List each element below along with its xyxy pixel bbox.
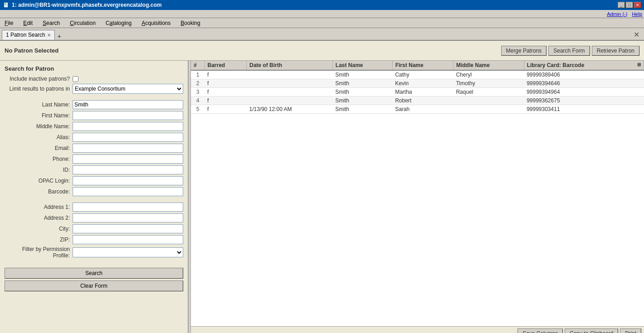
search-form-button[interactable]: Search Form <box>548 46 590 56</box>
cell-num: 4 <box>191 97 205 105</box>
zip-row: ZIP: <box>5 235 183 244</box>
address1-input[interactable] <box>73 203 183 212</box>
barcode-input[interactable] <box>73 187 183 196</box>
filter-permission-select[interactable] <box>73 247 183 257</box>
middle-name-input[interactable] <box>73 122 183 131</box>
cell-first-name: Robert <box>392 97 453 105</box>
toolbar-buttons: Merge Patrons Search Form Retrieve Patro… <box>501 46 639 56</box>
merge-patrons-button[interactable]: Merge Patrons <box>501 46 547 56</box>
print-button[interactable]: Print <box>620 328 641 333</box>
tabs-bar: 1 Patron Search ✕ + ✕ <box>0 28 644 41</box>
main-content: No Patron Selected Merge Patrons Search … <box>0 41 644 333</box>
cell-barcode: 99999303411 <box>524 105 644 114</box>
cell-dob <box>246 97 332 105</box>
results-bottom: Save Columns Copy to Clipboard Print <box>191 326 644 333</box>
cell-barcode: 99999389406 <box>524 70 644 79</box>
title-bar-left: 🖥 1: admin@BR1-winxpvmfx.phasefx.evergre… <box>3 1 161 9</box>
menu-circulation[interactable]: Circulation <box>67 19 98 27</box>
col-barcode[interactable]: Library Card: Barcode ⊞ <box>524 61 644 70</box>
city-input[interactable] <box>73 224 183 233</box>
clear-form-button[interactable]: Clear Form <box>5 280 183 291</box>
first-name-label: First Name: <box>5 112 73 119</box>
cell-first-name: Kevin <box>392 79 453 88</box>
email-input[interactable] <box>73 144 183 153</box>
cell-num: 3 <box>191 88 205 97</box>
first-name-input[interactable] <box>73 111 183 120</box>
address2-input[interactable] <box>73 213 183 222</box>
table-header-row: # Barred Date of Birth Last Name First N… <box>191 61 644 70</box>
id-label: ID: <box>5 167 73 173</box>
menu-acquisitions[interactable]: Acquisitions <box>139 19 173 27</box>
cell-first-name: Cathy <box>392 70 453 79</box>
col-middle-name[interactable]: Middle Name <box>453 61 524 70</box>
last-name-label: Last Name: <box>5 101 73 108</box>
cell-dob <box>246 70 332 79</box>
cell-num: 1 <box>191 70 205 79</box>
col-first-name[interactable]: First Name <box>392 61 453 70</box>
col-barred[interactable]: Barred <box>205 61 246 70</box>
phone-label: Phone: <box>5 156 73 162</box>
id-input[interactable] <box>73 165 183 174</box>
body-area: Search for Patron Include inactive patro… <box>0 61 644 333</box>
menu-cataloging[interactable]: Cataloging <box>103 19 134 27</box>
table-row[interactable]: 1 f Smith Cathy Cheryl 99999389406 <box>191 70 644 79</box>
cell-middle-name: Raquel <box>453 88 524 97</box>
phone-input[interactable] <box>73 154 183 164</box>
email-label: Email: <box>5 145 73 151</box>
results-panel: # Barred Date of Birth Last Name First N… <box>191 61 644 333</box>
menu-booking[interactable]: Booking <box>178 19 203 27</box>
cell-middle-name: Cheryl <box>453 70 524 79</box>
limit-results-row: Limit results to patrons in Example Cons… <box>5 84 183 94</box>
city-label: City: <box>5 226 73 232</box>
table-row[interactable]: 5 f 1/13/90 12:00 AM Smith Sarah 9999930… <box>191 105 644 114</box>
search-buttons: Search Clear Form <box>5 268 183 293</box>
middle-name-label: Middle Name: <box>5 123 73 130</box>
search-panel: Search for Patron Include inactive patro… <box>0 61 188 333</box>
cell-last-name: Smith <box>332 79 392 88</box>
title-bar-text: 1: admin@BR1-winxpvmfx.phasefx.evergreen… <box>12 2 161 8</box>
cell-num: 2 <box>191 79 205 88</box>
col-dob[interactable]: Date of Birth <box>246 61 332 70</box>
limit-results-select[interactable]: Example Consortium <box>73 84 183 94</box>
tab-close-icon[interactable]: ✕ <box>47 33 51 38</box>
app-icon: 🖥 <box>3 1 9 9</box>
window-close-icon[interactable]: ✕ <box>631 29 642 40</box>
add-tab-button[interactable]: + <box>56 33 63 40</box>
zip-label: ZIP: <box>5 236 73 243</box>
alias-row: Alias: <box>5 133 183 142</box>
retrieve-patron-button[interactable]: Retrieve Patron <box>592 46 639 56</box>
opac-login-input[interactable] <box>73 176 183 185</box>
admin-link[interactable]: Admin (-) <box>607 11 627 17</box>
col-expand-icon[interactable]: ⊞ <box>637 62 641 67</box>
opac-login-label: OPAC Login: <box>5 178 73 184</box>
table-row[interactable]: 2 f Smith Kevin Timothy 99999394646 <box>191 79 644 88</box>
close-button[interactable]: ✕ <box>634 2 641 8</box>
middle-name-row: Middle Name: <box>5 122 183 131</box>
tab-label: 1 Patron Search <box>6 32 45 38</box>
cell-barcode: 99999362675 <box>524 97 644 105</box>
include-inactive-checkbox[interactable] <box>73 76 78 82</box>
help-link[interactable]: Help <box>632 11 642 17</box>
no-patron-selected: No Patron Selected <box>5 47 59 54</box>
save-columns-button[interactable]: Save Columns <box>517 328 563 333</box>
minimize-button[interactable]: _ <box>618 2 625 8</box>
alias-input[interactable] <box>73 133 183 142</box>
menu-search[interactable]: Search <box>40 19 63 27</box>
address2-row: Address 2: <box>5 213 183 222</box>
copy-clipboard-button[interactable]: Copy to Clipboard <box>565 328 618 333</box>
cell-middle-name <box>453 105 524 114</box>
cell-barred: f <box>205 88 246 97</box>
col-last-name[interactable]: Last Name <box>332 61 392 70</box>
last-name-input[interactable] <box>73 100 183 109</box>
col-num[interactable]: # <box>191 61 205 70</box>
zip-input[interactable] <box>73 235 183 244</box>
tab-patron-search[interactable]: 1 Patron Search ✕ <box>2 30 55 40</box>
search-button[interactable]: Search <box>5 268 183 279</box>
table-row[interactable]: 4 f Smith Robert 99999362675 <box>191 97 644 105</box>
table-row[interactable]: 3 f Smith Martha Raquel 99999394964 <box>191 88 644 97</box>
menu-edit[interactable]: Edit <box>20 19 35 27</box>
cell-num: 5 <box>191 105 205 114</box>
maximize-button[interactable]: □ <box>626 2 633 8</box>
menu-file[interactable]: File <box>2 19 16 27</box>
address2-label: Address 2: <box>5 215 73 221</box>
